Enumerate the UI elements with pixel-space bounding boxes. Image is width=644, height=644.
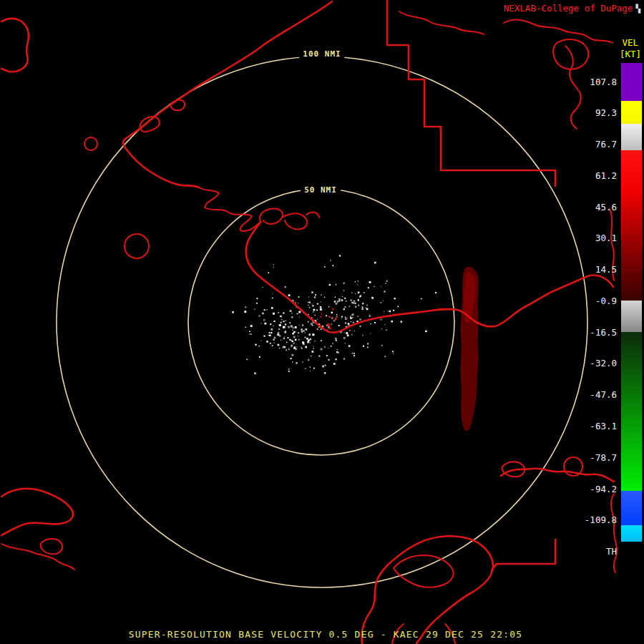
lake-inner-island <box>394 555 454 587</box>
colorbar-tick: 76.7 <box>567 139 617 150</box>
colorbar-tick: 61.2 <box>567 170 617 181</box>
island-ring-medium <box>125 234 149 258</box>
product-caption: SUPER-RESOLUTION BASE VELOCITY 0.5 DEG -… <box>129 629 523 640</box>
colorbar-unit: [KT] <box>620 49 641 59</box>
boundary-steps-bottom <box>492 540 555 571</box>
colorbar-footer: TH <box>567 546 617 557</box>
map-outlines <box>1 1 617 643</box>
island-bottomleft <box>41 539 62 554</box>
colorbar-title: VEL <box>622 37 638 48</box>
colorbar-segment <box>621 301 642 332</box>
coastline-bottomleft-a <box>1 489 73 535</box>
coastline-bottomright <box>501 469 614 482</box>
colorbar-segment <box>621 192 642 301</box>
coastline-spit-loops <box>140 100 185 132</box>
range-ring-label-50nmi: 50 NMI <box>301 185 341 195</box>
colorbar-segment <box>621 491 642 525</box>
coastline-topright-b <box>504 20 613 43</box>
coastline-bottomleft-b <box>1 544 74 570</box>
radar-display: 100 NMI 50 NMI NEXLAB-College of DuPage▚… <box>0 0 644 644</box>
colorbar-segment <box>621 124 642 150</box>
colorbar-tick: 30.1 <box>567 233 617 243</box>
colorbar-tick: -94.2 <box>567 484 617 494</box>
island-ring-small <box>84 137 97 150</box>
site-title: NEXLAB-College of DuPage▚ <box>504 3 640 14</box>
colorbar-tick: 14.5 <box>567 264 617 275</box>
colorbar-tick: -109.8 <box>567 514 617 525</box>
colorbar-segment <box>621 63 642 101</box>
colorbar-tick: 92.3 <box>567 107 617 118</box>
coastline-right-edge-lower <box>611 494 617 572</box>
site-title-text: NEXLAB-College of DuPage <box>504 3 633 14</box>
colorbar-segment <box>621 150 642 192</box>
range-ring-100nmi <box>57 57 587 587</box>
colorbar-tick: -78.7 <box>567 452 617 463</box>
colorbar-segment <box>621 332 642 491</box>
colorbar-tick: -63.1 <box>567 421 617 431</box>
coastline-bottom-lake <box>362 536 494 643</box>
coastline-main-south <box>246 222 613 333</box>
title-badge-icon: ▚ <box>635 4 640 14</box>
velocity-echo-specks <box>232 255 477 386</box>
velocity-colorbar <box>621 63 642 551</box>
radar-map <box>0 0 644 644</box>
island-topleft-corner <box>1 19 29 72</box>
colorbar-tick: -47.6 <box>567 389 617 400</box>
colorbar-segment <box>621 101 642 124</box>
range-ring-label-100nmi: 100 NMI <box>299 49 344 59</box>
colorbar-tick: -16.5 <box>567 327 617 338</box>
range-rings <box>57 57 587 587</box>
colorbar-tick: -0.9 <box>567 296 617 306</box>
coastline-topleft-arc <box>123 1 332 187</box>
colorbar-tick: -32.0 <box>567 358 617 369</box>
colorbar-tick: 45.6 <box>567 202 617 213</box>
colorbar-tick: 107.8 <box>567 77 617 87</box>
colorbar-segment <box>621 525 642 542</box>
coastline-topright-a <box>399 11 484 34</box>
range-ring-50nmi <box>188 189 454 455</box>
boundary-steps-top <box>387 1 555 186</box>
